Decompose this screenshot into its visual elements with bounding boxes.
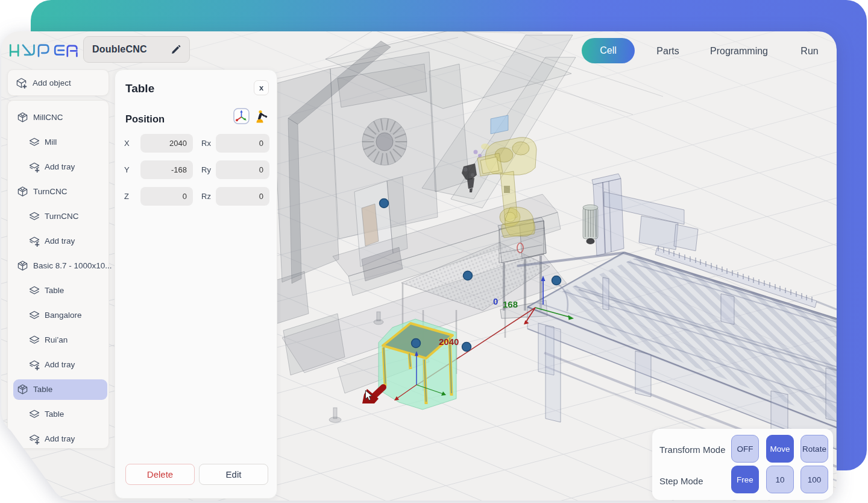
svg-text:168: 168 [503,299,518,309]
svg-text:2040: 2040 [439,337,459,347]
svg-text:0: 0 [493,296,498,306]
